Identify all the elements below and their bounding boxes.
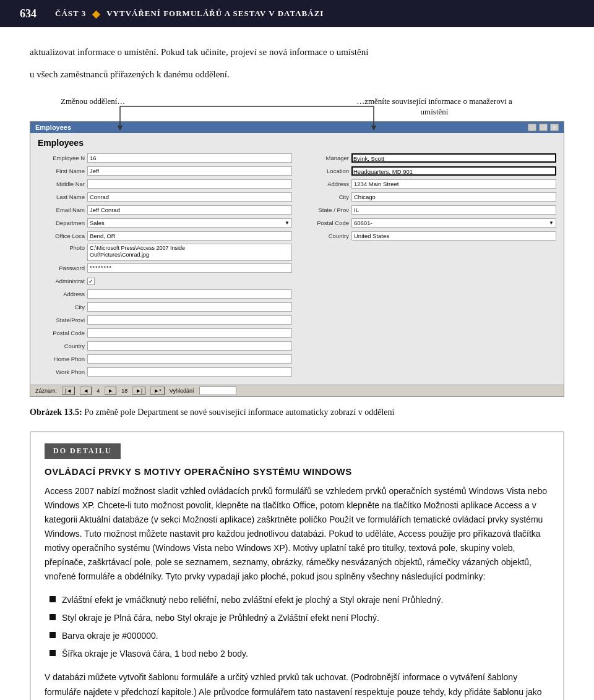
figure-caption: Obrázek 13.5: Po změně pole Department s… (30, 406, 564, 419)
label-rcity: City (302, 194, 351, 200)
chapter-title: VYTVÁŘENÍ FORMULÁŘŮ A SESTAV V DATABÁZI (106, 9, 324, 19)
label-rstate: State / Prov (302, 207, 351, 213)
bullet-item-3: Barva okraje je #000000. (50, 630, 549, 642)
nav-new[interactable]: ►* (150, 386, 164, 395)
label-lastname: Last Name (38, 194, 87, 200)
form-screenshot: Employees _ □ × Employees Employee N 16 (30, 121, 564, 397)
form-right-col: Manager Byink, Scott Location Headquarte… (302, 153, 556, 380)
detail-closing-para: V databázi můžete vytvořit šablonu formu… (45, 670, 549, 700)
window-controls: _ □ × (528, 124, 559, 131)
input-firstname[interactable]: Jeff (87, 166, 292, 176)
input-workphone[interactable] (87, 367, 292, 377)
input-city[interactable] (87, 302, 292, 312)
maximize-btn[interactable]: □ (539, 124, 548, 131)
form-row-raddress: Address 1234 Main Street (302, 179, 556, 190)
detail-box: DO DETAILU OVLÁDACÍ PRVKY S MOTIVY OPERA… (30, 431, 564, 700)
input-address[interactable] (87, 289, 292, 299)
label-manager: Manager (302, 155, 351, 161)
input-rcountry[interactable]: United States (351, 231, 556, 241)
search-label: Vyhledání (170, 388, 194, 394)
label-city: City (38, 304, 87, 310)
close-btn[interactable]: × (550, 124, 559, 131)
input-raddress[interactable]: 1234 Main Street (351, 179, 556, 189)
checkbox-admin[interactable]: ✓ (87, 278, 95, 285)
label-postal: Postal Code (38, 330, 87, 336)
bullet-item-2: Styl okraje je Plná čára, nebo Styl okra… (50, 612, 549, 625)
input-lastname[interactable]: Conrad (87, 192, 292, 202)
input-dept[interactable]: Sales▼ (87, 218, 292, 228)
label-dept: Departmen (38, 220, 87, 226)
form-row-dept: Departmen Sales▼ (38, 218, 292, 229)
form-row-country: Country (38, 341, 292, 352)
label-rcountry: Country (302, 233, 351, 239)
annotation-container: Změnou oddělení… …změníte související in… (30, 96, 564, 397)
form-row-middlename: Middle Nar (38, 179, 292, 190)
nav-first[interactable]: |◄ (62, 386, 75, 395)
form-left-col: Employee N 16 First Name Jeff Middle Nar (38, 153, 292, 380)
form-row-address: Address (38, 289, 292, 300)
form-heading: Employees (38, 138, 556, 148)
form-row-admin: Administrat ✓ (38, 276, 292, 287)
detail-box-title: OVLÁDACÍ PRVKY S MOTIVY OPERAČNÍHO SYSTÉ… (45, 466, 549, 477)
input-country[interactable] (87, 341, 292, 351)
label-firstname: First Name (38, 168, 87, 174)
input-rstate[interactable]: IL (351, 205, 556, 215)
label-admin: Administrat (38, 278, 87, 284)
bullet-item-4: Šířka okraje je Vlasová čára, 1 bod nebo… (50, 647, 549, 660)
input-middlename[interactable] (87, 179, 292, 189)
form-row-firstname: First Name Jeff (38, 166, 292, 177)
search-input[interactable] (199, 386, 236, 395)
header-part: ČÁST 3 ◆ VYTVÁŘENÍ FORMULÁŘŮ A SESTAV V … (55, 8, 324, 20)
form-row-rpostal: Postal Code 60601-▼ (302, 218, 556, 229)
page-number: 634 (20, 7, 37, 20)
form-row-rcountry: Country United States (302, 231, 556, 242)
label-office: Office Loca (38, 233, 87, 239)
input-empid[interactable]: 16 (87, 153, 292, 163)
input-rcity[interactable]: Chicago (351, 192, 556, 202)
form-columns: Employee N 16 First Name Jeff Middle Nar (38, 153, 556, 380)
input-postal[interactable] (87, 328, 292, 338)
part-label: ČÁST 3 (55, 9, 86, 19)
figure-number: Obrázek 13.5: (30, 408, 82, 417)
input-photo[interactable]: C:\Microsoft Press\Access 2007 InsideOut… (87, 244, 292, 261)
diamond-icon: ◆ (92, 8, 100, 20)
form-row-office: Office Loca Bend, OR (38, 231, 292, 242)
form-row-photo: Photo C:\Microsoft Press\Access 2007 Ins… (38, 244, 292, 261)
label-raddress: Address (302, 181, 351, 187)
form-row-email: Email Nam Jeff Conrad (38, 205, 292, 216)
nav-last[interactable]: ►| (132, 386, 145, 395)
form-title: Employees (35, 124, 71, 131)
input-office[interactable]: Bend, OR (87, 231, 292, 241)
intro-paragraph: aktualizovat informace o umístění. Pokud… (30, 45, 564, 82)
bullet-icon-3 (50, 632, 56, 638)
label-photo: Photo (38, 244, 87, 251)
intro-line1: aktualizovat informace o umístění. Pokud… (30, 45, 564, 59)
input-email[interactable]: Jeff Conrad (87, 205, 292, 215)
input-state[interactable] (87, 315, 292, 325)
input-manager[interactable]: Byink, Scott (351, 153, 556, 163)
input-password[interactable]: ******** (87, 263, 292, 273)
form-row-postal: Postal Code (38, 328, 292, 339)
form-row-state: State/Provi (38, 315, 292, 326)
input-rpostal[interactable]: 60601-▼ (351, 218, 556, 228)
label-middlename: Middle Nar (38, 181, 87, 187)
label-country: Country (38, 343, 87, 349)
nav-prev[interactable]: ◄ (80, 386, 92, 395)
main-content: aktualizovat informace o umístění. Pokud… (0, 27, 594, 700)
form-row-city: City (38, 302, 292, 313)
input-location[interactable]: Headquarters, MD 901 (351, 166, 556, 176)
input-homephone[interactable] (87, 354, 292, 364)
bullet-list: Zvláštní efekt je vmáčknutý nebo reliéfn… (50, 594, 549, 660)
bullet-icon-1 (50, 596, 56, 602)
form-titlebar: Employees _ □ × (30, 122, 564, 133)
form-row-lastname: Last Name Conrad (38, 192, 292, 203)
bullet-icon-2 (50, 614, 56, 620)
label-empid: Employee N (38, 155, 87, 161)
form-row-empid: Employee N 16 (38, 153, 292, 164)
detail-box-text: Access 2007 nabízí možnost sladit vzhled… (45, 484, 549, 700)
form-row-manager: Manager Byink, Scott (302, 153, 556, 164)
label-state: State/Provi (38, 317, 87, 323)
nav-next[interactable]: ► (105, 386, 116, 395)
record-label: Záznam: (35, 388, 57, 394)
minimize-btn[interactable]: _ (528, 124, 536, 131)
